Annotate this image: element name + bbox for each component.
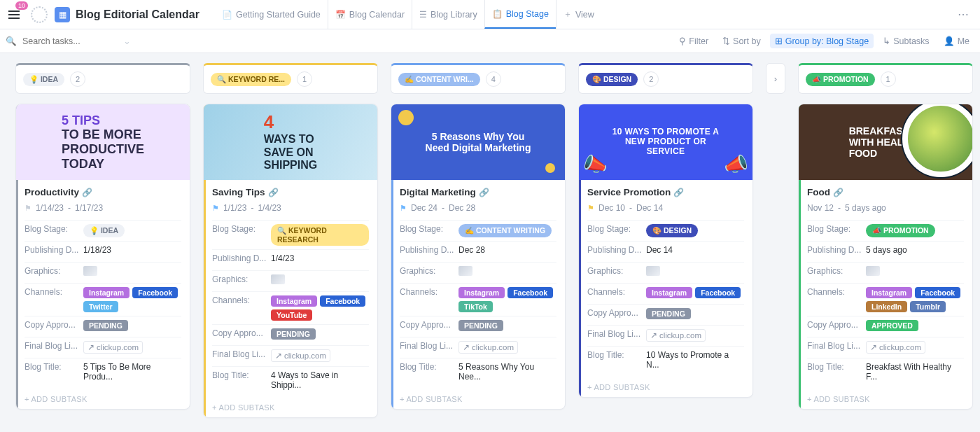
link-icon: 🔗 xyxy=(833,188,844,197)
card-dates: ⚑Dec 24-Dec 28 xyxy=(400,203,556,213)
search-icon: 🔍 xyxy=(6,36,17,46)
field-label: Copy Appro... xyxy=(587,308,646,318)
field-label: Blog Stage: xyxy=(24,224,83,234)
tab-icon: ☰ xyxy=(419,10,427,20)
graphics-value xyxy=(271,274,369,284)
filter-icon: ⚲ xyxy=(679,36,686,46)
link-icon: ↗ xyxy=(88,342,94,352)
task-card[interactable]: ⋯ 📣📣10 WAYS TO PROMOTE ANEW PRODUCT ORSE… xyxy=(578,104,753,398)
kanban-board: 💡 IDEA2 5 TIPSTO BE MOREPRODUCTIVETODAY … xyxy=(0,53,980,428)
copy-status: PENDING xyxy=(458,320,503,331)
channels-value: InstagramFacebook xyxy=(646,287,744,298)
field-label: Publishing D... xyxy=(212,253,271,263)
link-icon: ↗ xyxy=(650,330,657,340)
add-subtask-button[interactable]: + ADD SUBTASK xyxy=(391,389,565,409)
field-label: Final Blog Li... xyxy=(400,341,458,351)
search-box[interactable]: 🔍 ⌄ xyxy=(6,36,146,47)
column-writing: ✍️ CONTENT WRI...4 5 Reasons Why YouNeed… xyxy=(391,63,566,410)
card-cover: 📣📣10 WAYS TO PROMOTE ANEW PRODUCT ORSERV… xyxy=(579,104,752,180)
copy-status: PENDING xyxy=(271,328,316,340)
final-link[interactable]: ↗clickup.com xyxy=(866,341,925,354)
field-label: Final Blog Li... xyxy=(24,341,83,351)
column-promotion: 📣 PROMOTION1 ⋯ BREAKFASTWITH HEALTHYFOOD… xyxy=(798,63,973,410)
column-count: 2 xyxy=(643,71,659,87)
add-subtask-button[interactable]: + ADD SUBTASK xyxy=(799,389,972,409)
publishing-date: Dec 14 xyxy=(646,245,744,255)
tab-icon: 📅 xyxy=(335,10,346,20)
channel-linkedin: LinkedIn xyxy=(866,301,907,312)
subtasks-button[interactable]: ↳Subtasks xyxy=(878,34,934,48)
add-subtask-button[interactable]: + ADD SUBTASK xyxy=(579,377,752,397)
menu-button[interactable]: 10 xyxy=(4,5,24,25)
channel-instagram: Instagram xyxy=(83,287,130,298)
tab-blog-stage[interactable]: 📋Blog Stage xyxy=(484,0,556,29)
publishing-date: 5 days ago xyxy=(866,245,964,255)
flag-icon: ⚑ xyxy=(24,204,31,213)
final-link[interactable]: ↗clickup.com xyxy=(271,349,330,362)
chevron-down-icon[interactable]: ⌄ xyxy=(123,36,131,46)
tab-icon: 📋 xyxy=(492,9,503,19)
stage-chip: 💡 IDEA xyxy=(23,73,64,86)
me-button[interactable]: 👤Me xyxy=(939,34,974,48)
channel-instagram: Instagram xyxy=(271,295,317,307)
tab-blog-calendar[interactable]: 📅Blog Calendar xyxy=(328,0,412,29)
sort-button[interactable]: ⇅Sort by xyxy=(718,34,766,48)
column-header[interactable]: 🎨 DESIGN2 xyxy=(578,63,753,94)
copy-status: PENDING xyxy=(646,308,691,319)
column-header[interactable]: ✍️ CONTENT WRI...4 xyxy=(391,63,566,94)
card-title: Service Promotion🔗 xyxy=(587,187,744,197)
publishing-date: Dec 28 xyxy=(458,245,556,255)
field-label: Graphics: xyxy=(212,274,271,284)
column-header[interactable]: 📣 PROMOTION1 xyxy=(798,63,973,94)
card-title: Saving Tips🔗 xyxy=(212,187,369,197)
blog-title-value: 10 Ways to Promote a N... xyxy=(646,350,744,370)
filter-button[interactable]: ⚲Filter xyxy=(674,34,713,48)
tab-view[interactable]: ＋View xyxy=(556,0,601,29)
scroll-right-button[interactable]: › xyxy=(766,63,785,94)
task-card[interactable]: ⋯ BREAKFASTWITH HEALTHYFOOD Food🔗 Nov 12… xyxy=(798,104,973,410)
final-link[interactable]: ↗clickup.com xyxy=(83,341,143,354)
channel-instagram: Instagram xyxy=(458,287,505,298)
blog-title-value: 5 Tips To Be More Produ... xyxy=(83,362,181,382)
final-link[interactable]: ↗clickup.com xyxy=(646,329,706,342)
column-idea: 💡 IDEA2 5 TIPSTO BE MOREPRODUCTIVETODAY … xyxy=(15,63,190,410)
search-input[interactable] xyxy=(21,36,119,47)
field-label: Graphics: xyxy=(587,266,646,276)
topbar: 10 ▦ Blog Editorial Calendar 📄Getting St… xyxy=(0,0,980,29)
tab-icon: ＋ xyxy=(564,8,572,20)
field-label: Publishing D... xyxy=(587,245,646,255)
field-label: Blog Stage: xyxy=(400,224,458,234)
card-dates: Nov 12-5 days ago xyxy=(807,203,964,213)
task-card[interactable]: 4WAYS TOSAVE ONSHIPPING Saving Tips🔗 ⚑1/… xyxy=(203,104,378,418)
field-label: Channels: xyxy=(212,295,271,305)
stage-value: 📣 PROMOTION xyxy=(866,224,935,237)
column-header[interactable]: 🔍 KEYWORD RE...1 xyxy=(203,63,378,94)
link-icon: ↗ xyxy=(463,342,470,352)
column-header[interactable]: 💡 IDEA2 xyxy=(15,63,190,94)
channel-facebook: Facebook xyxy=(695,287,741,298)
tab-icon: 📄 xyxy=(222,10,232,20)
more-icon[interactable]: ⋯ xyxy=(951,8,976,21)
link-icon: ↗ xyxy=(275,351,282,361)
flag-icon: ⚑ xyxy=(400,204,407,213)
tab-blog-library[interactable]: ☰Blog Library xyxy=(412,0,484,29)
card-dates: ⚑1/1/23-1/4/23 xyxy=(212,203,369,213)
tab-getting-started-guide[interactable]: 📄Getting Started Guide xyxy=(215,0,328,29)
group-by-button[interactable]: ⊞Group by: Blog Stage xyxy=(770,34,874,48)
stage-value: ✍️ CONTENT WRITING xyxy=(458,224,552,237)
final-link[interactable]: ↗clickup.com xyxy=(458,341,518,354)
graphics-value xyxy=(866,266,964,276)
channel-instagram: Instagram xyxy=(646,287,692,298)
add-subtask-button[interactable]: + ADD SUBTASK xyxy=(204,398,377,417)
sort-icon: ⇅ xyxy=(722,36,730,46)
card-title: Digital Marketing🔗 xyxy=(400,187,556,197)
add-subtask-button[interactable]: + ADD SUBTASK xyxy=(16,389,190,409)
task-card[interactable]: 5 Reasons Why YouNeed Digital Marketing … xyxy=(391,104,566,410)
card-title: Productivity🔗 xyxy=(24,187,181,197)
channel-youtube: YouTube xyxy=(271,309,312,321)
stage-value: 🔍 KEYWORD RESEARCH xyxy=(271,224,369,246)
view-tabs: 📄Getting Started Guide📅Blog Calendar☰Blo… xyxy=(215,0,601,29)
channel-facebook: Facebook xyxy=(320,295,365,307)
link-icon: 🔗 xyxy=(479,188,489,197)
task-card[interactable]: 5 TIPSTO BE MOREPRODUCTIVETODAY Producti… xyxy=(15,104,190,410)
